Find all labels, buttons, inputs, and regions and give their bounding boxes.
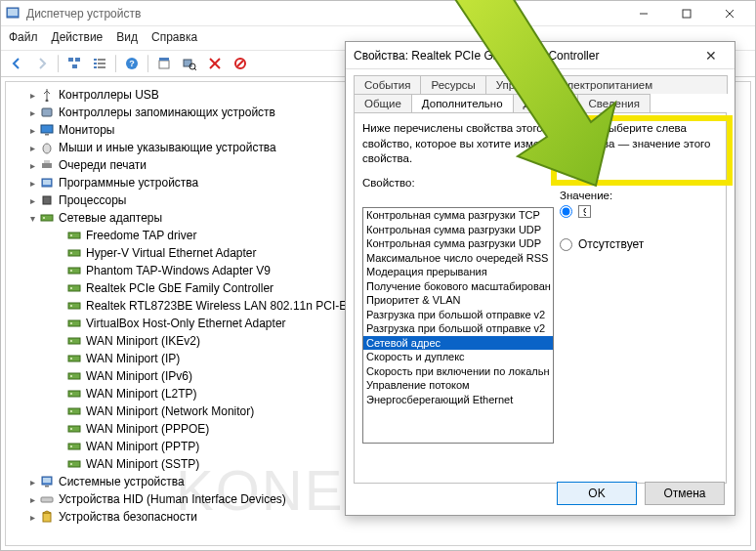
toolbar-list-icon[interactable]	[88, 53, 111, 74]
property-item[interactable]: Энергосберегающий Ethernet	[363, 393, 553, 407]
toolbar-help-icon[interactable]: ?	[120, 53, 144, 74]
network-adapter-icon	[66, 439, 82, 454]
svg-rect-14	[98, 66, 105, 68]
tab-driver[interactable]: Драйвер	[513, 94, 579, 112]
tree-label: Realtek PCIe GbE Family Controller	[86, 281, 273, 295]
svg-rect-9	[94, 59, 97, 61]
property-item[interactable]: Скорость при включении по локальн	[363, 364, 553, 379]
tree-label: Мониторы	[59, 123, 114, 137]
network-adapter-icon	[66, 263, 82, 278]
svg-rect-63	[70, 445, 72, 447]
svg-rect-12	[98, 63, 105, 64]
network-icon	[39, 210, 55, 226]
svg-rect-41	[70, 252, 72, 254]
network-adapter-icon	[66, 245, 82, 261]
value-input[interactable]	[578, 205, 591, 218]
tab-power[interactable]: Управление электропитанием	[485, 75, 728, 94]
property-item[interactable]: Получение бокового масштабирован	[363, 279, 553, 294]
expand-icon[interactable]: ▸	[25, 178, 39, 189]
expand-icon[interactable]: ▾	[25, 213, 39, 224]
svg-rect-64	[68, 461, 80, 467]
value-radio-set[interactable]	[560, 205, 572, 218]
tree-label: WAN Miniport (IKEv2)	[86, 334, 200, 348]
expand-icon[interactable]: ▸	[25, 195, 39, 206]
value-radio-absent[interactable]	[560, 238, 572, 251]
usb-icon	[39, 87, 55, 103]
tab-events[interactable]: События	[354, 75, 421, 94]
svg-rect-19	[184, 60, 191, 66]
dialog-close-icon[interactable]: ✕	[695, 48, 727, 64]
toolbar-remove-icon[interactable]	[203, 53, 227, 74]
property-item[interactable]: Модерация прерывания	[363, 265, 553, 279]
tree-label: WAN Miniport (PPPOE)	[86, 422, 209, 436]
property-item[interactable]: Сетевой адрес	[363, 336, 553, 351]
expand-icon[interactable]: ▸	[25, 494, 39, 505]
menu-action[interactable]: Действие	[52, 30, 104, 44]
dialog-title: Свойства: Realtek PCIe GbE Family Contro…	[354, 49, 695, 63]
property-item[interactable]: Разгрузка при большой отправке v2	[363, 321, 553, 336]
property-listbox[interactable]: Контрольная сумма разгрузки TCPКонтрольн…	[362, 207, 554, 444]
menu-help[interactable]: Справка	[151, 30, 197, 44]
ok-button[interactable]: OK	[557, 482, 637, 505]
network-adapter-icon	[66, 316, 82, 331]
property-item[interactable]: Контрольная сумма разгрузки TCP	[363, 208, 553, 223]
menu-view[interactable]: Вид	[116, 30, 138, 44]
expand-icon[interactable]: ▸	[25, 125, 39, 136]
toolbar-separator	[58, 55, 59, 72]
property-item[interactable]: Управление потоком	[363, 378, 553, 393]
software-icon	[39, 175, 55, 191]
window-controls	[622, 2, 751, 25]
network-adapter-icon	[66, 456, 82, 472]
toolbar-disable-icon[interactable]	[229, 53, 252, 74]
close-button[interactable]	[708, 2, 751, 25]
tab-resources[interactable]: Ресурсы	[420, 75, 485, 94]
toolbar-scan-icon[interactable]	[178, 53, 201, 74]
tree-label: WAN Miniport (SSTP)	[86, 457, 199, 471]
property-item[interactable]: Скорость и дуплекс	[363, 350, 553, 364]
toolbar-properties-icon[interactable]	[152, 53, 176, 74]
svg-point-26	[46, 100, 49, 103]
tab-details[interactable]: Сведения	[577, 94, 651, 112]
tree-label: Phantom TAP-Windows Adapter V9	[86, 264, 271, 277]
svg-rect-7	[75, 58, 80, 62]
network-adapter-icon	[66, 351, 82, 366]
svg-rect-44	[68, 285, 80, 291]
property-item[interactable]: Контрольная сумма разгрузки UDP	[363, 236, 553, 251]
toolbar-tree-icon[interactable]	[63, 53, 86, 74]
toolbar-forward-icon[interactable]	[30, 53, 54, 74]
printer-icon	[39, 157, 55, 173]
svg-rect-1	[8, 9, 18, 16]
cancel-button[interactable]: Отмена	[645, 482, 725, 505]
expand-icon[interactable]: ▸	[25, 90, 39, 101]
tree-label: Realtek RTL8723BE Wireless LAN 802.11n P…	[86, 299, 370, 313]
tab-general[interactable]: Общие	[354, 94, 412, 112]
system-icon	[39, 474, 55, 489]
svg-rect-3	[683, 10, 691, 18]
tab-advanced[interactable]: Дополнительно	[411, 94, 514, 112]
expand-icon[interactable]: ▸	[25, 477, 39, 487]
svg-rect-6	[68, 58, 73, 62]
svg-rect-61	[70, 428, 72, 430]
expand-icon[interactable]: ▸	[25, 160, 39, 171]
toolbar-back-icon[interactable]	[5, 53, 28, 74]
expand-icon[interactable]: ▸	[25, 143, 39, 153]
property-item[interactable]: Максимальное число очередей RSS	[363, 251, 553, 266]
network-adapter-icon	[66, 228, 82, 243]
cpu-icon	[39, 192, 55, 208]
minimize-button[interactable]	[622, 2, 665, 25]
mouse-icon	[39, 140, 55, 155]
svg-rect-62	[68, 444, 80, 449]
property-item[interactable]: Контрольная сумма разгрузки UDP	[363, 223, 553, 237]
titlebar: Диспетчер устройств	[1, 1, 755, 26]
property-item[interactable]: Приоритет & VLAN	[363, 293, 553, 308]
monitor-icon	[39, 122, 55, 138]
svg-rect-27	[42, 108, 52, 116]
expand-icon[interactable]: ▸	[25, 512, 39, 523]
svg-line-25	[237, 61, 243, 66]
hid-icon	[39, 491, 55, 507]
property-item[interactable]: Разгрузка при большой отправке v2	[363, 308, 553, 322]
menu-file[interactable]: Файл	[9, 30, 38, 44]
expand-icon[interactable]: ▸	[25, 107, 39, 118]
network-adapter-icon	[66, 333, 82, 349]
maximize-button[interactable]	[665, 2, 708, 25]
